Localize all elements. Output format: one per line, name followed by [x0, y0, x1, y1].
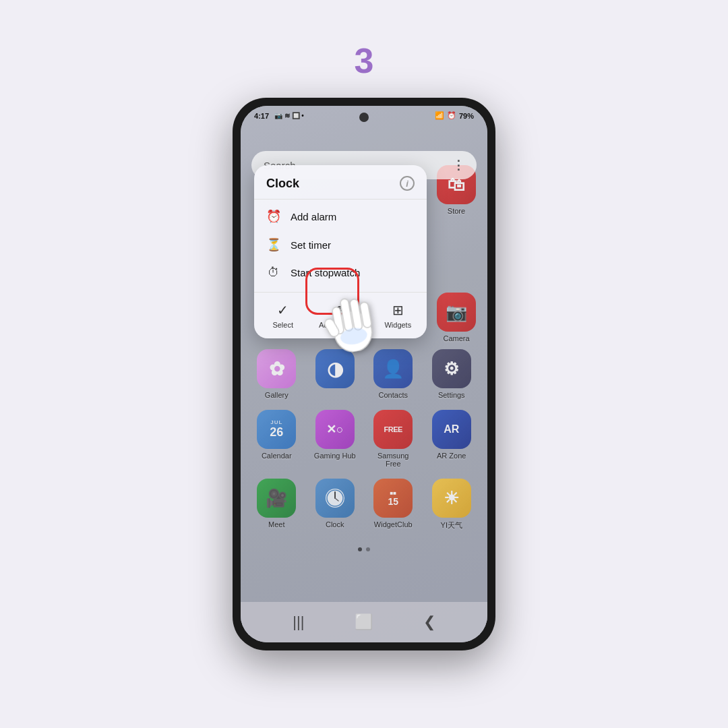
status-right: 📶 ⏰ 79%	[435, 111, 474, 120]
status-bar: 4:17 📷 ≋ 🔲 • 📶 ⏰ 79%	[241, 106, 487, 123]
phone-frame: 4:17 📷 ≋ 🔲 • 📶 ⏰ 79% Search ⋮ Clock i	[233, 98, 495, 650]
stopwatch-icon: ⏱	[266, 266, 281, 280]
status-icons: 📷 ≋ 🔲 •	[274, 112, 304, 119]
timer-label: Set timer	[291, 239, 331, 251]
context-item-alarm[interactable]: ⏰ Add alarm	[254, 202, 427, 231]
alarm-icon: ⏰	[266, 209, 281, 224]
hand-cursor	[315, 283, 388, 367]
step-number: 3	[355, 40, 374, 81]
context-item-timer[interactable]: ⏳ Set timer	[254, 231, 427, 259]
select-icon: ✓	[277, 302, 289, 318]
select-action[interactable]: ✓ Select	[254, 298, 311, 333]
alarm-label: Add alarm	[291, 211, 336, 222]
wifi-icon: 📶	[435, 111, 444, 120]
context-menu-title: Clock	[266, 177, 299, 191]
widgets-icon: ⊞	[392, 302, 404, 318]
status-left: 4:17 📷 ≋ 🔲 •	[254, 112, 304, 120]
info-button[interactable]: i	[400, 176, 415, 191]
select-label: Select	[272, 321, 293, 329]
search-menu-icon[interactable]: ⋮	[452, 158, 464, 173]
context-title-row: Clock i	[254, 176, 427, 200]
time-display: 4:17	[254, 112, 269, 120]
alarm-icon: ⏰	[447, 111, 456, 120]
timer-icon: ⏳	[266, 237, 281, 252]
info-icon: i	[406, 179, 408, 189]
phone-screen: 4:17 📷 ≋ 🔲 • 📶 ⏰ 79% Search ⋮ Clock i	[241, 106, 487, 642]
widgets-label: Widgets	[384, 321, 411, 329]
battery-display: 79%	[459, 112, 474, 120]
